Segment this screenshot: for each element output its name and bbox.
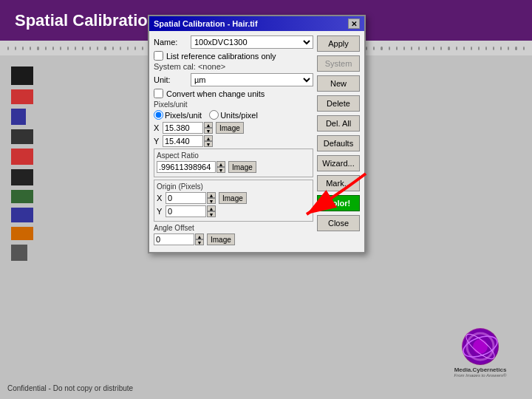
origin-x-input[interactable] [166, 192, 206, 204]
radio-units[interactable] [209, 110, 219, 120]
y-spin-up[interactable]: ▲ [204, 135, 213, 141]
radio-pixels[interactable] [154, 110, 163, 120]
dot [463, 47, 465, 50]
aspect-ratio-section: Aspect Ratio ▲ ▼ Image [154, 149, 313, 177]
system-cal-row: System cal: <none> [154, 62, 313, 71]
list-ref-row: List reference calibrations only [154, 51, 313, 61]
wizard-button[interactable]: Wizard... [317, 155, 360, 171]
mark-button[interactable]: Mark... [317, 175, 360, 191]
color-block-4 [11, 129, 33, 144]
dot [389, 47, 390, 50]
dot [67, 47, 69, 50]
dot [508, 47, 509, 50]
angle-input[interactable] [154, 233, 194, 245]
origin-y-input[interactable] [166, 205, 206, 217]
origin-x-spinner: ▲ ▼ [207, 192, 216, 204]
origin-y-row: Y ▲ ▼ [157, 205, 310, 217]
dialog-close-button[interactable]: ✕ [348, 18, 360, 29]
x-label: X [154, 123, 163, 132]
origin-x-image-button[interactable]: Image [219, 192, 247, 204]
dot [7, 47, 9, 50]
name-select[interactable]: 100xDVC1300 [191, 35, 313, 49]
dot [37, 47, 38, 50]
logo-svg [462, 328, 499, 365]
dot [97, 47, 98, 50]
x-image-button[interactable]: Image [216, 122, 244, 134]
delete-button[interactable]: Delete [317, 95, 360, 112]
logo-circle [462, 328, 499, 365]
dot [456, 47, 457, 50]
dot [89, 47, 91, 50]
angle-spinner: ▲ ▼ [195, 233, 204, 245]
name-label: Name: [154, 38, 191, 47]
x-input[interactable] [163, 122, 203, 134]
color-block-1 [11, 66, 33, 85]
list-ref-label: List reference calibrations only [166, 52, 276, 61]
y-label: Y [154, 137, 163, 146]
origin-y-spin-up[interactable]: ▲ [207, 205, 216, 211]
dot [433, 47, 434, 50]
dialog-body: Name: 100xDVC1300 List reference calibra… [149, 31, 364, 252]
origin-x-spin-up[interactable]: ▲ [207, 192, 216, 198]
dot [134, 47, 136, 50]
dot [45, 47, 47, 50]
x-row: X ▲ ▼ Image [154, 122, 313, 134]
y-row: Y ▲ ▼ [154, 135, 313, 147]
dialog-right-panel: Apply System New Delete Del. All Default… [317, 35, 360, 248]
color-block-2 [11, 89, 33, 104]
dot [396, 47, 398, 50]
convert-row: Convert when change units [154, 89, 313, 98]
radio-units-text: Units/pixel [220, 111, 258, 120]
dot [515, 47, 516, 50]
origin-section: Origin (Pixels) X ▲ ▼ Image Y ▲ ▼ [154, 180, 313, 222]
angle-row: ▲ ▼ Image [154, 233, 313, 245]
origin-y-spin-down[interactable]: ▼ [207, 211, 216, 217]
close-button[interactable]: Close [317, 215, 360, 231]
new-button[interactable]: New [317, 75, 360, 92]
dot [60, 47, 61, 50]
aspect-input[interactable] [157, 161, 216, 173]
radio-pixels-text: Pixels/unit [165, 111, 202, 120]
spatial-calibration-dialog: Spatial Calibration - Hair.tif ✕ Name: 1… [148, 15, 366, 253]
convert-checkbox[interactable] [154, 89, 163, 98]
origin-title: Origin (Pixels) [157, 183, 310, 191]
aspect-spin-up[interactable]: ▲ [216, 161, 225, 167]
aspect-spin-down[interactable]: ▼ [216, 167, 225, 173]
decorative-blocks [11, 66, 33, 261]
dot [426, 47, 427, 50]
dot [30, 47, 31, 50]
x-spin-down[interactable]: ▼ [204, 128, 213, 134]
unit-select[interactable]: µm [191, 73, 313, 86]
y-spin-down[interactable]: ▼ [204, 141, 213, 147]
dot [418, 47, 420, 50]
aspect-image-button[interactable]: Image [228, 161, 256, 173]
unit-row: Unit: µm [154, 73, 313, 86]
aspect-title: Aspect Ratio [157, 151, 310, 160]
angle-image-button[interactable]: Image [207, 233, 235, 245]
footer-text: Confidential - Do not copy or distribute [7, 384, 133, 392]
aspect-row: ▲ ▼ Image [157, 161, 310, 173]
del-all-button[interactable]: Del. All [317, 115, 360, 132]
angle-title: Angle Offset [154, 224, 313, 232]
system-button[interactable]: System [317, 55, 360, 72]
dot [82, 47, 83, 50]
angle-spin-down[interactable]: ▼ [195, 239, 204, 245]
dot [373, 47, 375, 50]
list-ref-checkbox[interactable] [154, 51, 163, 61]
angle-spin-up[interactable]: ▲ [195, 233, 204, 239]
apply-button[interactable]: Apply [317, 35, 360, 52]
dot [127, 47, 129, 50]
dot [15, 47, 16, 50]
origin-x-spin-down[interactable]: ▼ [207, 198, 216, 204]
origin-x-row: X ▲ ▼ Image [157, 192, 310, 204]
color-block-7 [11, 190, 33, 203]
color-block-6 [11, 169, 33, 185]
dot [411, 47, 412, 50]
dot [448, 47, 449, 50]
defaults-button[interactable]: Defaults [317, 135, 360, 151]
x-spin-up[interactable]: ▲ [204, 122, 213, 128]
y-input[interactable] [163, 135, 203, 147]
radio-units-label: Units/pixel [209, 110, 258, 120]
color-button[interactable]: Color! [317, 195, 360, 211]
name-row: Name: 100xDVC1300 [154, 35, 313, 49]
